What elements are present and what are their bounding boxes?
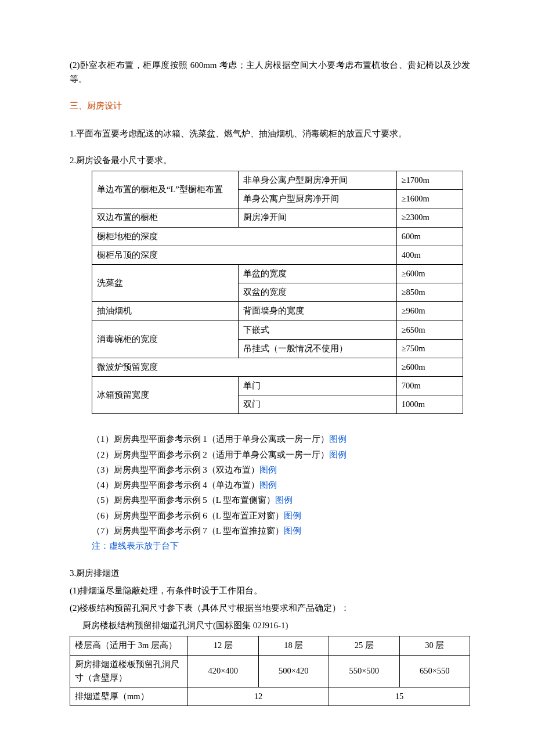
cell: 双盆的宽度	[239, 283, 397, 302]
cell: ≥1700m	[396, 171, 463, 190]
cell: 单盆的宽度	[239, 264, 397, 283]
point-2: 2.厨房设备最小尺寸要求。	[70, 153, 470, 167]
table-row: 楼层高（适用于 3m 层高） 12 层 18 层 25 层 30 层	[70, 636, 470, 655]
table-row: 洗菜盆 单盆的宽度 ≥600m	[92, 264, 463, 283]
cell: 微波炉预留宽度	[92, 358, 397, 376]
cell: ≥850m	[396, 283, 463, 302]
table-row: 橱柜吊顶的深度 400m	[92, 246, 463, 264]
table-row: 排烟道壁厚（mm） 12 15	[70, 687, 470, 706]
point-3-1: (1)排烟道尽量隐蔽处理，有条件时设于工作阳台。	[70, 584, 470, 597]
example-list: （1）厨房典型平面参考示例 1（适用于单身公寓或一房一厅）图例 （2）厨房典型平…	[92, 431, 470, 553]
example-item: （3）厨房典型平面参考示例 3（双边布置）图例	[92, 462, 470, 477]
example-item: （6）厨房典型平面参考示例 6（L 型布置正对窗）图例	[92, 508, 470, 523]
table-row: 双边布置的橱柜 厨房净开间 ≥2300m	[92, 208, 463, 227]
example-text: （4）厨房典型平面参考示例 4（单边布置）	[92, 480, 259, 489]
example-link[interactable]: 图例	[259, 465, 277, 474]
cell: 吊挂式（一般情况不使用）	[239, 339, 397, 358]
cell: 25 层	[329, 636, 399, 655]
example-item: （7）厨房典型平面参考示例 7（L 型布置推拉窗）图例	[92, 523, 470, 538]
example-item: （1）厨房典型平面参考示例 1（适用于单身公寓或一房一厅）图例	[92, 431, 470, 447]
cell: 抽油烟机	[92, 302, 239, 321]
point-1: 1.平面布置要考虑配送的冰箱、洗菜盆、燃气炉、抽油烟机、消毒碗柜的放置尺寸要求。	[70, 127, 470, 141]
cell: 消毒碗柜的宽度	[92, 321, 239, 358]
cell: 橱柜地柜的深度	[92, 227, 397, 246]
table-row: 橱柜地柜的深度 600m	[92, 227, 463, 246]
example-link[interactable]: 图例	[329, 434, 347, 444]
cell: 冰箱预留宽度	[92, 377, 239, 414]
table-row: 抽油烟机 背面墙身的宽度 ≥960m	[92, 302, 463, 321]
cell: 下嵌式	[239, 321, 397, 339]
example-link[interactable]: 图例	[284, 526, 301, 535]
cell: 12	[188, 687, 329, 706]
example-link[interactable]: 图例	[329, 450, 347, 459]
cell: 背面墙身的宽度	[239, 302, 397, 321]
table-row: 单边布置的橱柜及“L”型橱柜布置 非单身公寓户型厨房净开间 ≥1700m	[92, 171, 463, 190]
cell: 600m	[396, 227, 463, 246]
example-link[interactable]: 图例	[259, 480, 277, 489]
cell: 550×500	[329, 655, 399, 687]
cell: 420×400	[188, 655, 258, 687]
table-row: 冰箱预留宽度 单门 700m	[92, 377, 463, 395]
cell: 双边布置的橱柜	[92, 208, 239, 227]
cell: ≥1600m	[396, 190, 463, 208]
point-3-2: (2)楼板结构预留孔洞尺寸参下表（具体尺寸根据当地要求和产品确定）：	[70, 601, 470, 615]
cell: 排烟道壁厚（mm）	[70, 687, 188, 706]
cell: 楼层高（适用于 3m 层高）	[70, 636, 188, 655]
cell: ≥600m	[396, 264, 463, 283]
example-text: （7）厨房典型平面参考示例 7（L 型布置推拉窗）	[92, 526, 284, 535]
example-item: （2）厨房典型平面参考示例 2（适用于单身公寓或一房一厅）图例	[92, 447, 470, 462]
example-text: （3）厨房典型平面参考示例 3（双边布置）	[92, 465, 259, 474]
cell: 400m	[396, 246, 463, 264]
cell: ≥960m	[396, 302, 463, 321]
example-link[interactable]: 图例	[284, 511, 301, 520]
table-row: 微波炉预留宽度 ≥600m	[92, 358, 463, 376]
example-note: 注：虚线表示放于台下	[92, 538, 470, 553]
intro-paragraph: (2)卧室衣柜布置，柜厚度按照 600mm 考虑；主人房根据空间大小要考虑布置梳…	[70, 58, 470, 86]
cell: 700m	[396, 377, 463, 395]
cell: ≥2300m	[396, 208, 463, 227]
example-text: （1）厨房典型平面参考示例 1（适用于单身公寓或一房一厅）	[92, 434, 329, 444]
cell: 18 层	[258, 636, 329, 655]
example-text: （5）厨房典型平面参考示例 5（L 型布置侧窗）	[92, 495, 275, 505]
kitchen-dimensions-table: 单边布置的橱柜及“L”型橱柜布置 非单身公寓户型厨房净开间 ≥1700m 单身公…	[92, 171, 463, 414]
duct-hole-table: 楼层高（适用于 3m 层高） 12 层 18 层 25 层 30 层 厨房排烟道…	[70, 636, 470, 706]
table-row: 厨房排烟道楼板预留孔洞尺寸（含壁厚） 420×400 500×420 550×5…	[70, 655, 470, 687]
cell: 650×550	[399, 655, 470, 687]
cell: ≥600m	[396, 358, 463, 376]
cell: 12 层	[188, 636, 258, 655]
cell: 厨房排烟道楼板预留孔洞尺寸（含壁厚）	[70, 655, 188, 687]
point-3: 3.厨房排烟道	[70, 566, 470, 580]
cell: 单门	[239, 377, 397, 395]
cell: 15	[329, 687, 470, 706]
cell: 500×420	[258, 655, 329, 687]
cell: ≥650m	[396, 321, 463, 339]
example-link[interactable]: 图例	[275, 495, 293, 505]
section-3-heading: 三、厨房设计	[70, 99, 470, 113]
cell: 厨房净开间	[239, 208, 397, 227]
cell: 1000m	[396, 395, 463, 414]
cell: 非单身公寓户型厨房净开间	[239, 171, 397, 190]
example-item: （5）厨房典型平面参考示例 5（L 型布置侧窗）图例	[92, 492, 470, 507]
cell: 30 层	[399, 636, 470, 655]
cell: 橱柜吊顶的深度	[92, 246, 397, 264]
cell: 单边布置的橱柜及“L”型橱柜布置	[92, 171, 239, 208]
point-3-caption: 厨房楼板结构预留排烟道孔洞尺寸(国标图集 02J916-1)	[70, 618, 470, 632]
table-row: 消毒碗柜的宽度 下嵌式 ≥650m	[92, 321, 463, 339]
example-item: （4）厨房典型平面参考示例 4（单边布置）图例	[92, 477, 470, 492]
example-text: （6）厨房典型平面参考示例 6（L 型布置正对窗）	[92, 511, 284, 520]
cell: 双门	[239, 395, 397, 414]
cell: 洗菜盆	[92, 264, 239, 301]
example-text: （2）厨房典型平面参考示例 2（适用于单身公寓或一房一厅）	[92, 450, 329, 459]
cell: ≥750m	[396, 339, 463, 358]
cell: 单身公寓户型厨房净开间	[239, 190, 397, 208]
